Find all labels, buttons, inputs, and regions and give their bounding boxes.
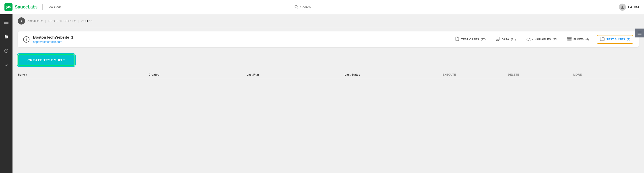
tab-test-cases-count: (27) bbox=[481, 38, 486, 41]
svg-rect-16 bbox=[568, 40, 572, 40]
breadcrumb-project-details[interactable]: PROJECT DETAILS bbox=[48, 19, 76, 23]
svg-rect-5 bbox=[4, 22, 8, 23]
main-layout: PROJECTS | PROJECT DETAILS | SUITES i Bo… bbox=[0, 14, 644, 173]
sidebar-menu-icon[interactable] bbox=[2, 18, 11, 27]
main-content: CREATE TEST SUITE Suite ↑ Created Last R… bbox=[12, 51, 644, 82]
search-area bbox=[62, 4, 613, 10]
breadcrumb-sep-1: | bbox=[45, 19, 46, 23]
svg-rect-14 bbox=[568, 37, 572, 38]
search-icon bbox=[294, 5, 298, 9]
tab-variables-label: VARIABLES bbox=[535, 38, 551, 41]
saucelabs-logo-icon bbox=[4, 3, 12, 11]
project-url[interactable]: https://bostontech.com bbox=[33, 40, 62, 43]
avatar bbox=[619, 3, 626, 11]
content-area: PROJECTS | PROJECT DETAILS | SUITES i Bo… bbox=[12, 14, 644, 173]
panel-toggle-button[interactable] bbox=[635, 28, 644, 37]
search-input[interactable] bbox=[300, 5, 367, 9]
sidebar-dark bbox=[0, 14, 12, 173]
tab-flows-count: (4) bbox=[586, 38, 589, 41]
svg-rect-0 bbox=[4, 3, 12, 11]
tab-test-cases[interactable]: TEST CASES (27) bbox=[453, 36, 488, 43]
sidebar-documents-icon[interactable] bbox=[2, 32, 11, 41]
col-laststatus-header: Last Status bbox=[344, 73, 442, 76]
tab-flows-label: FLOWS bbox=[574, 38, 584, 41]
tab-test-cases-label: TEST CASES bbox=[461, 38, 479, 41]
project-info-icon: i bbox=[23, 36, 30, 43]
tab-data-count: (11) bbox=[511, 38, 516, 41]
table-header: Suite ↑ Created Last Run Last Status EXE… bbox=[18, 69, 639, 78]
project-tabs: TEST CASES (27) DATA (11) bbox=[453, 35, 633, 44]
sidebar-analytics-icon[interactable] bbox=[2, 61, 11, 70]
svg-point-1 bbox=[295, 5, 298, 8]
search-box bbox=[292, 4, 382, 10]
svg-rect-11 bbox=[638, 33, 642, 33]
logo-area: SauceLabs Low Code bbox=[4, 3, 62, 11]
svg-rect-4 bbox=[4, 21, 8, 21]
svg-rect-15 bbox=[568, 38, 572, 39]
project-name: BostonTechWebsite_1 bbox=[33, 35, 74, 40]
breadcrumb-suites: SUITES bbox=[82, 19, 92, 23]
svg-rect-10 bbox=[638, 32, 642, 32]
col-execute-header: EXECUTE bbox=[442, 73, 508, 76]
col-lastrun-header: Last Run bbox=[246, 73, 344, 76]
col-suite-header: Suite ↑ bbox=[18, 73, 148, 76]
top-section: PROJECTS | PROJECT DETAILS | SUITES bbox=[12, 14, 644, 28]
top-navigation: SauceLabs Low Code LAURA bbox=[0, 0, 644, 14]
tab-flows[interactable]: FLOWS (4) bbox=[566, 36, 591, 43]
svg-rect-6 bbox=[4, 23, 8, 24]
breadcrumb-sep-2: | bbox=[78, 19, 79, 23]
user-area: LAURA bbox=[613, 3, 640, 11]
flows-icon bbox=[567, 36, 572, 42]
back-button[interactable] bbox=[18, 17, 25, 24]
breadcrumb-projects[interactable]: PROJECTS bbox=[27, 19, 43, 23]
test-suites-icon bbox=[600, 36, 605, 42]
project-card: i BostonTechWebsite_1 https://bostontech… bbox=[18, 31, 639, 47]
tab-variables[interactable]: </> VARIABLES (35) bbox=[524, 36, 559, 43]
tab-test-suites[interactable]: TEST SUITES (1) bbox=[597, 35, 633, 44]
project-name-area: BostonTechWebsite_1 https://bostontech.c… bbox=[33, 35, 74, 44]
breadcrumb: PROJECTS | PROJECT DETAILS | SUITES bbox=[12, 14, 644, 28]
test-cases-icon bbox=[455, 36, 460, 42]
tab-test-suites-label: TEST SUITES bbox=[606, 38, 625, 41]
logo-subtitle: Low Code bbox=[48, 5, 62, 9]
project-menu-icon[interactable]: ⋮ bbox=[78, 37, 82, 42]
sort-icon: ↑ bbox=[26, 73, 27, 76]
variables-icon: </> bbox=[526, 37, 533, 42]
sidebar-schedule-icon[interactable] bbox=[2, 46, 11, 55]
svg-rect-12 bbox=[638, 34, 642, 34]
tab-test-suites-count: (1) bbox=[627, 38, 630, 41]
svg-line-2 bbox=[297, 8, 298, 9]
col-more-header: MORE bbox=[573, 73, 639, 76]
svg-point-13 bbox=[496, 37, 500, 38]
user-name: LAURA bbox=[628, 5, 640, 9]
logo-text: SauceLabs bbox=[15, 4, 38, 9]
svg-point-3 bbox=[622, 5, 623, 7]
col-delete-header: DELETE bbox=[508, 73, 573, 76]
tab-variables-count: (35) bbox=[553, 38, 558, 41]
col-created-header: Created bbox=[148, 73, 246, 76]
tab-data[interactable]: DATA (11) bbox=[494, 36, 518, 43]
tab-data-label: DATA bbox=[502, 38, 509, 41]
create-test-suite-button[interactable]: CREATE TEST SUITE bbox=[18, 54, 74, 66]
data-icon bbox=[496, 36, 500, 42]
